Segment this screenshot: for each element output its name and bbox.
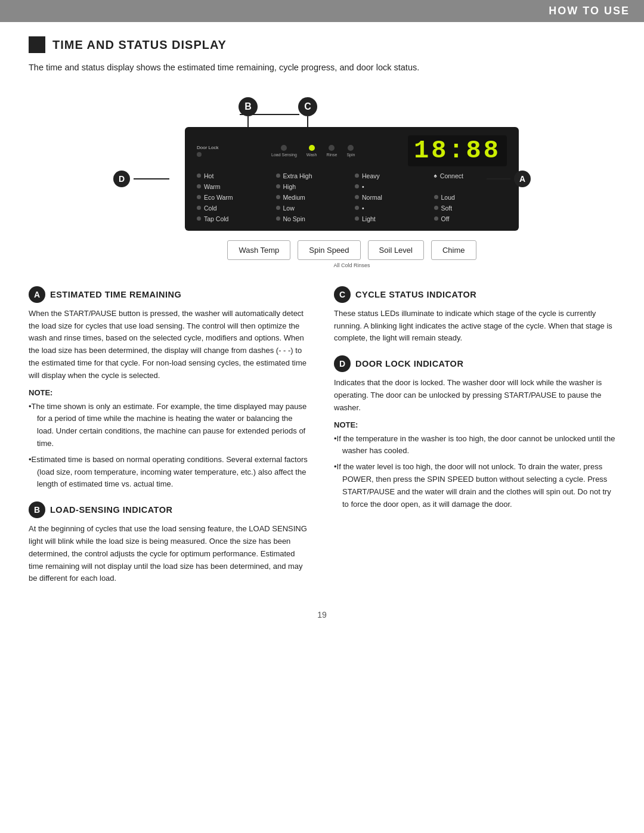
- spin-dot: [348, 145, 354, 151]
- option-dot2: •: [355, 183, 428, 190]
- status-lights: Load Sensing Wash Rinse: [271, 145, 355, 157]
- tap-cold-dot: [197, 216, 201, 221]
- option-soft-label: Soft: [441, 205, 453, 212]
- page-number: 19: [29, 610, 615, 620]
- load-dot: [281, 145, 287, 151]
- light-dot: [355, 216, 359, 221]
- desc-block-c: C CYCLE STATUS INDICATOR These status LE…: [334, 286, 615, 345]
- option-high-label: High: [283, 183, 296, 190]
- option-medium-label: Medium: [283, 194, 305, 201]
- desc-block-b: B LOAD-SENSING INDICATOR At the beginnin…: [29, 501, 310, 585]
- chime-button[interactable]: Chime: [431, 240, 476, 260]
- right-descriptions: C CYCLE STATUS INDICATOR These status LE…: [334, 286, 615, 596]
- option-off: Off: [434, 215, 507, 222]
- section-title-block: [29, 36, 45, 53]
- option-eco-warm: Eco Warm: [197, 194, 270, 201]
- option-warm-label: Warm: [204, 183, 221, 190]
- option-no-spin: No Spin: [276, 215, 349, 222]
- option-dot2-label: •: [362, 183, 364, 190]
- label-d: D: [113, 171, 130, 187]
- desc-title-d: DOOR LOCK INDICATOR: [355, 359, 463, 368]
- label-c: C: [298, 97, 317, 116]
- wash-dot: [309, 145, 315, 151]
- desc-block-d: D DOOR LOCK INDICATOR Indicates that the…: [334, 355, 615, 510]
- connect-icon: ♠: [434, 172, 437, 179]
- header-bar: HOW TO USE: [0, 0, 644, 22]
- extra-high-dot: [276, 174, 280, 178]
- status-light-load: Load Sensing: [271, 145, 297, 157]
- eco-warm-dot: [197, 195, 201, 199]
- option-high: High: [276, 183, 349, 190]
- desc-title-b: LOAD-SENSING INDICATOR: [50, 505, 172, 515]
- bullet-a-2: •Estimated time is based on normal opera…: [29, 454, 310, 491]
- option-extra-high: Extra High: [276, 172, 349, 179]
- hot-dot: [197, 174, 201, 178]
- option-low-label: Low: [283, 205, 295, 212]
- all-cold-label: All Cold Rinses: [333, 262, 370, 268]
- option-tap-cold: Tap Cold: [197, 215, 270, 222]
- status-light-rinse: Rinse: [326, 145, 337, 157]
- option-hot-label: Hot: [204, 172, 213, 179]
- desc-body-d: Indicates that the door is locked. The w…: [334, 377, 615, 414]
- intro-text: The time and status display shows the es…: [29, 61, 615, 75]
- option-cold-label: Cold: [204, 205, 217, 212]
- wash-temp-button[interactable]: Wash Temp: [227, 240, 290, 260]
- diagram-area: B C D: [29, 91, 615, 268]
- option-normal: Normal: [355, 194, 428, 201]
- note-label-d: NOTE:: [334, 420, 615, 429]
- panel-row: D Door Lock: [113, 127, 531, 231]
- circle-label-d2: D: [334, 355, 351, 372]
- dot3: [355, 206, 359, 210]
- time-display: 18:88: [408, 135, 507, 166]
- medium-dot: [276, 195, 280, 199]
- option-tap-cold-label: Tap Cold: [204, 215, 228, 222]
- buttons-row: Wash Temp Spin Speed Soil Level Chime: [227, 240, 476, 260]
- spin-speed-button[interactable]: Spin Speed: [298, 240, 360, 260]
- status-light-spin: Spin: [346, 145, 355, 157]
- circle-label-b: B: [29, 501, 45, 518]
- dot2: [355, 184, 359, 188]
- desc-title-c: CYCLE STATUS INDICATOR: [355, 290, 476, 299]
- option-low: Low: [276, 205, 349, 212]
- off-dot: [434, 216, 438, 221]
- load-label: Load Sensing: [271, 153, 297, 157]
- desc-title-a: ESTIMATED TIME REMAINING: [50, 290, 181, 299]
- diagram-container: B C D: [113, 91, 531, 268]
- bullet-d-1: •If the temperature in the washer is too…: [334, 433, 615, 458]
- normal-dot: [355, 195, 359, 199]
- status-light-wash: Wash: [306, 145, 317, 157]
- door-lock-label: Door Lock: [197, 145, 218, 150]
- option-heavy-label: Heavy: [362, 172, 380, 179]
- loud-dot: [434, 195, 438, 199]
- desc-title-row-c: C CYCLE STATUS INDICATOR: [334, 286, 615, 303]
- desc-body-c: These status LEDs illuminate to indicate…: [334, 308, 615, 345]
- warm-dot: [197, 184, 201, 188]
- descriptions: A ESTIMATED TIME REMAINING When the STAR…: [29, 286, 615, 596]
- rinse-dot: [329, 145, 335, 151]
- option-eco-warm-label: Eco Warm: [204, 194, 233, 201]
- panel-top-bar: Door Lock Load Sensing Wash: [197, 135, 507, 166]
- door-lock-section: Door Lock: [197, 145, 218, 157]
- high-dot: [276, 184, 280, 188]
- note-label-a: NOTE:: [29, 388, 310, 397]
- desc-title-row-d: D DOOR LOCK INDICATOR: [334, 355, 615, 372]
- soil-level-button[interactable]: Soil Level: [368, 240, 424, 260]
- door-lock-dot: [197, 152, 202, 157]
- option-off-label: Off: [441, 215, 450, 222]
- washer-panel: Door Lock Load Sensing Wash: [185, 127, 519, 231]
- option-connect-label: Connect: [440, 172, 463, 179]
- section-title: TIME AND STATUS DISPLAY: [52, 38, 227, 52]
- option-loud: Loud: [434, 194, 507, 201]
- wash-label: Wash: [306, 153, 317, 157]
- desc-title-row-a: A ESTIMATED TIME REMAINING: [29, 286, 310, 303]
- label-a: A: [514, 171, 531, 187]
- option-hot: Hot: [197, 172, 270, 179]
- desc-block-a: A ESTIMATED TIME REMAINING When the STAR…: [29, 286, 310, 491]
- left-descriptions: A ESTIMATED TIME REMAINING When the STAR…: [29, 286, 310, 596]
- option-light: Light: [355, 215, 428, 222]
- circle-label-a: A: [29, 286, 45, 303]
- option-normal-label: Normal: [362, 194, 382, 201]
- bullet-a-1: •The time shown is only an estimate. For…: [29, 401, 310, 450]
- desc-body-a: When the START/PAUSE button is pressed, …: [29, 308, 310, 382]
- bullet-d-2: •If the water level is too high, the doo…: [334, 461, 615, 510]
